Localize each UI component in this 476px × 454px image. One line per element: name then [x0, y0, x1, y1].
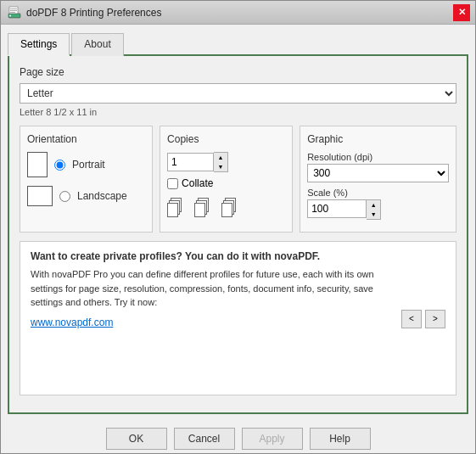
cancel-button[interactable]: Cancel — [174, 428, 235, 450]
copies-icons-row — [167, 198, 285, 218]
ok-button[interactable]: OK — [106, 428, 167, 450]
copy-page-2c — [194, 203, 205, 217]
copy-icon-1 — [167, 198, 186, 218]
tab-settings[interactable]: Settings — [8, 33, 70, 56]
scale-spinner: 100 ▲ ▼ — [307, 199, 449, 220]
scale-input[interactable]: 100 — [307, 199, 367, 218]
scale-up-button[interactable]: ▲ — [367, 200, 380, 210]
copies-input[interactable]: 1 — [167, 153, 214, 171]
promo-main: Want to create private profiles? You can… — [31, 250, 401, 328]
graphic-title: Graphic — [307, 133, 449, 145]
copy-page-1c — [167, 203, 178, 217]
main-window: doPDF 8 Printing Preferences ✕ Settings … — [0, 0, 476, 454]
page-size-desc: Letter 8 1/2 x 11 in — [20, 107, 456, 117]
promo-box: Want to create private profiles? You can… — [20, 241, 456, 395]
scale-down-button[interactable]: ▼ — [367, 210, 380, 219]
graphic-panel: Graphic Resolution (dpi) 72 96 150 300 6… — [300, 126, 456, 233]
orientation-options: Portrait Landscape — [27, 152, 145, 206]
tab-bar: Settings About — [8, 31, 468, 56]
promo-nav: < > — [401, 310, 445, 328]
portrait-radio[interactable] — [54, 160, 65, 171]
page-size-section: Page size Letter A4 A3 Legal Tabloid Let… — [20, 66, 456, 126]
resolution-label: Resolution (dpi) — [307, 152, 449, 162]
copies-spinner: 1 ▲ ▼ — [167, 152, 285, 172]
copy-icon-3 — [221, 198, 240, 218]
title-bar-left: doPDF 8 Printing Preferences — [8, 6, 161, 20]
scale-row: Scale (%) 100 ▲ ▼ — [307, 188, 449, 220]
copies-spinner-buttons: ▲ ▼ — [214, 152, 228, 172]
scale-label: Scale (%) — [307, 188, 449, 198]
promo-text: With novaPDF Pro you can define differen… — [31, 267, 401, 310]
option-panels: Orientation Portrait Landscape — [20, 126, 456, 233]
apply-button[interactable]: Apply — [242, 428, 303, 450]
orientation-panel: Orientation Portrait Landscape — [20, 126, 153, 233]
svg-rect-1 — [10, 8, 17, 9]
portrait-option[interactable]: Portrait — [27, 152, 145, 177]
landscape-label: Landscape — [77, 190, 127, 202]
collate-checkbox[interactable] — [167, 178, 178, 189]
promo-next-button[interactable]: > — [425, 310, 445, 328]
copy-page-3c — [221, 203, 232, 217]
collate-row: Collate — [167, 177, 285, 189]
page-size-label: Page size — [20, 66, 456, 78]
svg-rect-2 — [10, 10, 17, 11]
landscape-radio[interactable] — [59, 191, 70, 202]
tab-settings-content: Page size Letter A4 A3 Legal Tabloid Let… — [8, 56, 468, 414]
resolution-row: Resolution (dpi) 72 96 150 300 600 1200 — [307, 152, 449, 182]
copies-panel: Copies 1 ▲ ▼ Collate — [160, 126, 293, 233]
copies-up-button[interactable]: ▲ — [214, 153, 227, 162]
tab-about[interactable]: About — [71, 33, 123, 56]
portrait-icon — [27, 152, 48, 177]
orientation-title: Orientation — [27, 133, 145, 145]
promo-footer: Want to create private profiles? You can… — [31, 250, 445, 328]
copies-down-button[interactable]: ▼ — [214, 162, 227, 171]
close-button[interactable]: ✕ — [453, 4, 470, 21]
landscape-option[interactable]: Landscape — [27, 186, 145, 206]
svg-rect-3 — [10, 12, 15, 13]
svg-point-5 — [9, 14, 11, 16]
title-bar: doPDF 8 Printing Preferences ✕ — [1, 1, 475, 25]
landscape-icon — [27, 186, 53, 206]
app-icon — [8, 6, 21, 20]
page-size-select[interactable]: Letter A4 A3 Legal Tabloid — [20, 83, 456, 104]
window-title: doPDF 8 Printing Preferences — [26, 7, 161, 19]
resolution-select[interactable]: 72 96 150 300 600 1200 — [307, 164, 449, 182]
copies-title: Copies — [167, 133, 285, 145]
window-content: Settings About Page size Letter A4 A3 Le… — [1, 25, 475, 421]
promo-title: Want to create private profiles? You can… — [31, 250, 401, 262]
scale-spinner-buttons: ▲ ▼ — [367, 199, 381, 220]
copy-icon-2 — [194, 198, 213, 218]
bottom-buttons: OK Cancel Apply Help — [1, 421, 475, 453]
collate-label: Collate — [182, 177, 213, 189]
copies-section: 1 ▲ ▼ Collate — [167, 152, 285, 218]
help-button[interactable]: Help — [310, 428, 371, 450]
promo-link[interactable]: www.novapdf.com — [31, 317, 113, 328]
promo-prev-button[interactable]: < — [401, 310, 422, 328]
portrait-label: Portrait — [72, 159, 105, 171]
